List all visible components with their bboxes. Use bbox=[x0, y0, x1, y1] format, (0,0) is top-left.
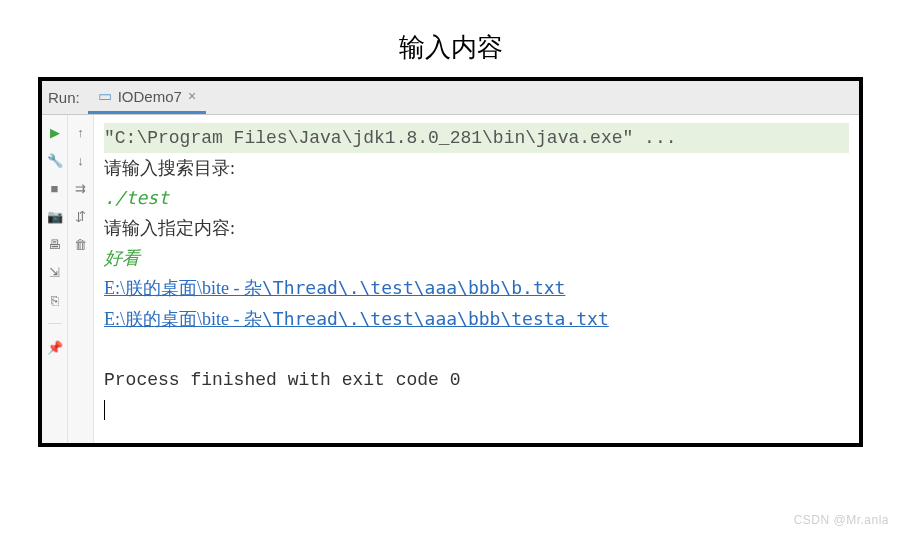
pin-icon[interactable]: 📌 bbox=[46, 338, 64, 356]
console-output[interactable]: "C:\Program Files\Java\jdk1.8.0_281\bin\… bbox=[94, 115, 859, 443]
up-arrow-icon[interactable]: ↑ bbox=[72, 123, 90, 141]
process-finished: Process finished with exit code 0 bbox=[104, 365, 849, 395]
print-icon[interactable]: 🖶 bbox=[46, 235, 64, 253]
structure-icon[interactable]: ⇲ bbox=[46, 263, 64, 281]
stop-icon[interactable]: ■ bbox=[46, 179, 64, 197]
exit-icon[interactable]: ⎘ bbox=[46, 291, 64, 309]
gutter-right: ↑ ↓ ⇉ ⇵ 🗑 bbox=[68, 115, 94, 443]
watermark: CSDN @Mr.anla bbox=[794, 513, 889, 527]
camera-icon[interactable]: 📷 bbox=[46, 207, 64, 225]
input-search-dir: ./test bbox=[104, 183, 849, 213]
run-tool-window: Run: ▭ IODemo7 × ▶ 🔧 ■ 📷 🖶 ⇲ ⎘ 📌 ↑ ↓ ⇉ ⇵… bbox=[38, 77, 863, 447]
softwrap-icon[interactable]: ⇉ bbox=[72, 179, 90, 197]
trash-icon[interactable]: 🗑 bbox=[72, 235, 90, 253]
down-arrow-icon[interactable]: ↓ bbox=[72, 151, 90, 169]
gutter-left: ▶ 🔧 ■ 📷 🖶 ⇲ ⎘ 📌 bbox=[42, 115, 68, 443]
tab-name: IODemo7 bbox=[118, 88, 182, 105]
scroll-to-end-icon[interactable]: ⇵ bbox=[72, 207, 90, 225]
prompt-content: 请输入指定内容: bbox=[104, 213, 849, 243]
tab-iodemo7[interactable]: ▭ IODemo7 × bbox=[88, 81, 206, 114]
result-path-1[interactable]: E:\朕的桌面\bite - 杂\Thread\.\test\aaa\bbb\b… bbox=[104, 277, 565, 298]
input-cursor[interactable] bbox=[104, 395, 849, 425]
rerun-icon[interactable]: ▶ bbox=[46, 123, 64, 141]
close-tab-icon[interactable]: × bbox=[188, 88, 196, 104]
page-title: 输入内容 bbox=[0, 0, 901, 77]
tab-file-icon: ▭ bbox=[98, 87, 112, 105]
java-command-line: "C:\Program Files\Java\jdk1.8.0_281\bin\… bbox=[104, 123, 849, 153]
wrench-icon[interactable]: 🔧 bbox=[46, 151, 64, 169]
prompt-search-dir: 请输入搜索目录: bbox=[104, 153, 849, 183]
tabbar: Run: ▭ IODemo7 × bbox=[42, 81, 859, 115]
input-content: 好看 bbox=[104, 243, 849, 273]
result-path-2[interactable]: E:\朕的桌面\bite - 杂\Thread\.\test\aaa\bbb\t… bbox=[104, 308, 609, 329]
run-body: ▶ 🔧 ■ 📷 🖶 ⇲ ⎘ 📌 ↑ ↓ ⇉ ⇵ 🗑 "C:\Program Fi… bbox=[42, 115, 859, 443]
separator bbox=[48, 323, 62, 324]
run-label: Run: bbox=[42, 89, 88, 106]
